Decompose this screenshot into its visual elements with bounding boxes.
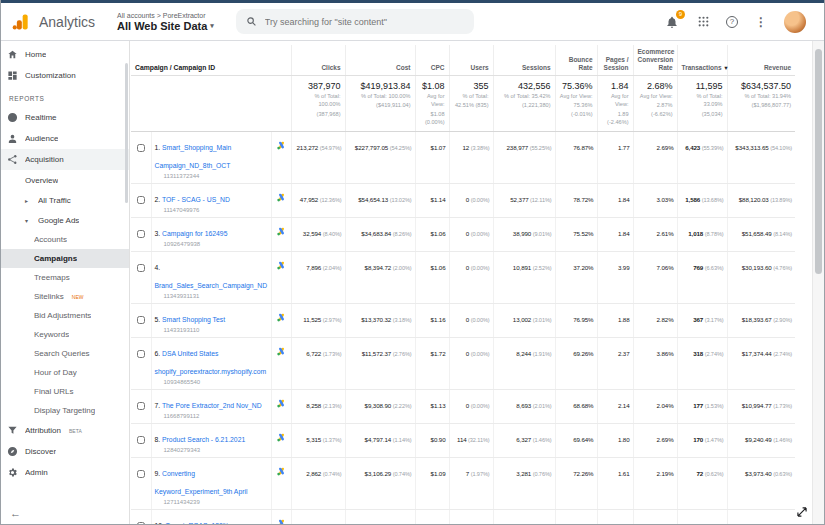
metric-cell: 1,018 (8.78%) bbox=[677, 217, 727, 251]
column-header-sessions[interactable]: Sessions bbox=[493, 45, 555, 76]
sidebar-scrollbar[interactable] bbox=[125, 63, 128, 203]
collapse-sidebar-icon[interactable]: ← bbox=[10, 507, 21, 519]
sidebar-item-home[interactable]: Home bbox=[1, 44, 129, 65]
google-ads-icon bbox=[276, 189, 287, 206]
total-subtext: % of Total: 100.00% bbox=[296, 92, 341, 108]
user-avatar[interactable] bbox=[784, 11, 806, 33]
campaign-name-link[interactable]: Product Search - 6.21.2021 bbox=[162, 436, 245, 443]
row-checkbox-cell bbox=[131, 303, 151, 337]
google-ads-icon bbox=[276, 343, 287, 360]
campaign-name-link[interactable]: Converting Keyword_Experiment_9th April bbox=[155, 470, 248, 495]
campaign-name-link[interactable]: Smart Shopping Test bbox=[162, 316, 225, 323]
sidebar-item-display-targeting[interactable]: Display Targeting bbox=[1, 401, 129, 420]
metric-percent: (1.53%) bbox=[703, 403, 723, 409]
metric-cell: 1.80 bbox=[597, 423, 633, 457]
metric-cell: $3,973.40 (0.63%) bbox=[727, 457, 795, 509]
campaign-name-link[interactable]: Campaign for 162495 bbox=[162, 230, 227, 237]
sidebar-item-campaigns[interactable]: Campaigns bbox=[1, 249, 129, 268]
metric-cell: 3,281 (0.76%) bbox=[493, 457, 555, 509]
column-header-users[interactable]: Users bbox=[449, 45, 493, 76]
metric-cell: 170 (1.47%) bbox=[677, 423, 727, 457]
row-checkbox[interactable] bbox=[137, 230, 145, 238]
row-checkbox-cell bbox=[131, 457, 151, 509]
sidebar-item-attribution[interactable]: AttributionBETA bbox=[1, 420, 129, 441]
notifications-bell-icon[interactable]: 9 bbox=[664, 14, 680, 30]
metric-value: 318 bbox=[693, 350, 703, 357]
search-bar[interactable] bbox=[236, 9, 474, 34]
metric-value: 1.61 bbox=[618, 470, 630, 477]
column-header-transactions[interactable]: Transactions ▼ bbox=[677, 45, 727, 76]
sidebar-item-realtime[interactable]: Realtime bbox=[1, 107, 129, 128]
scrollbar-thumb[interactable] bbox=[815, 49, 822, 274]
campaign-name-link[interactable]: The Pore Extractor_2nd Nov_ND bbox=[162, 402, 262, 409]
campaign-id: 11668799112 bbox=[155, 413, 268, 419]
sidebar-item-audience[interactable]: Audience bbox=[1, 128, 129, 149]
metric-cell: 8,244 (1.91%) bbox=[493, 337, 555, 389]
row-checkbox[interactable] bbox=[137, 316, 145, 324]
sidebar-item-hour-of-day[interactable]: Hour of Day bbox=[1, 363, 129, 382]
metric-cell: 3.99 bbox=[597, 251, 633, 303]
column-header-pages-session[interactable]: Pages / Session bbox=[597, 45, 633, 76]
metric-percent: (0.00%) bbox=[469, 265, 489, 271]
search-input[interactable] bbox=[265, 17, 464, 27]
metric-cell: $51,658.49 (8.14%) bbox=[727, 217, 795, 251]
sidebar-item-overview[interactable]: Overview bbox=[1, 170, 129, 190]
vertical-scrollbar[interactable] bbox=[812, 41, 824, 524]
help-icon[interactable]: ? bbox=[726, 16, 738, 28]
campaign-name-link[interactable]: Brand_Sales_Search_Campaign_ND bbox=[155, 282, 268, 289]
column-header-revenue[interactable]: Revenue bbox=[727, 45, 795, 76]
sidebar-item-final-urls[interactable]: Final URLs bbox=[1, 382, 129, 401]
sidebar-item-all-traffic[interactable]: ▸All Traffic bbox=[1, 190, 129, 210]
metric-cell: 114 (32.11%) bbox=[449, 423, 493, 457]
campaign-name-link[interactable]: TOF - SCAG - US_ND bbox=[162, 196, 230, 203]
row-checkbox[interactable] bbox=[137, 522, 145, 524]
total-cost: $419,913.84% of Total: 100.00%($419,911.… bbox=[345, 76, 415, 131]
metric-percent: (12.36%) bbox=[318, 197, 341, 203]
metric-cell: 6,423 (55.39%) bbox=[677, 131, 727, 183]
campaign-name-link[interactable]: DSA United States shopify_poreextractor.… bbox=[155, 350, 267, 375]
campaigns-table: Campaign / Campaign ID ClicksCostCPCUser… bbox=[131, 45, 795, 524]
row-checkbox[interactable] bbox=[137, 402, 145, 410]
column-header-ecommerce-conversion-rate[interactable]: Ecommerce Conversion Rate bbox=[633, 45, 677, 76]
metric-value: $2,406.40 bbox=[365, 522, 392, 524]
metric-cell: 2,105 (0.54%) bbox=[291, 509, 345, 524]
row-checkbox[interactable] bbox=[137, 144, 145, 152]
metric-cell: 72.26% bbox=[555, 457, 597, 509]
dimension-header[interactable]: Campaign / Campaign ID bbox=[131, 45, 291, 76]
sidebar-item-bid-adjustments[interactable]: Bid Adjustments bbox=[1, 306, 129, 325]
column-header-cost[interactable]: Cost bbox=[345, 45, 415, 76]
sidebar-item-admin[interactable]: Admin bbox=[1, 462, 129, 483]
sidebar-item-acquisition[interactable]: Acquisition bbox=[1, 149, 129, 170]
campaign-name-link[interactable]: Smart_Shopping_Main Campaign_ND_8th_OCT bbox=[155, 144, 232, 169]
row-checkbox[interactable] bbox=[137, 350, 145, 358]
sidebar-item-sitelinks[interactable]: SitelinksNEW bbox=[1, 287, 129, 306]
column-header-cpc[interactable]: CPC bbox=[415, 45, 449, 76]
sidebar-item-discover[interactable]: Discover bbox=[1, 441, 129, 462]
analytics-logo-icon[interactable] bbox=[11, 12, 31, 32]
sidebar-item-treemaps[interactable]: Treemaps bbox=[1, 268, 129, 287]
sidebar-item-google-ads[interactable]: ▾Google Ads bbox=[1, 210, 129, 230]
row-checkbox[interactable] bbox=[137, 436, 145, 444]
campaign-name-link[interactable]: Target_ROAS_180% bbox=[166, 522, 229, 524]
metric-value: 8,258 bbox=[306, 402, 321, 409]
ad-platform-cell bbox=[271, 457, 291, 509]
row-checkbox[interactable] bbox=[137, 196, 145, 204]
sidebar-item-customization[interactable]: Customization bbox=[1, 65, 129, 86]
metric-value: 3.99 bbox=[618, 264, 630, 271]
total-revenue: $634,537.50% of Total: 31.94%($1,986,807… bbox=[727, 76, 795, 131]
row-index: 6. bbox=[155, 350, 163, 357]
resize-handle-icon[interactable] bbox=[795, 505, 809, 519]
column-header-clicks[interactable]: Clicks bbox=[291, 45, 345, 76]
metric-cell: 2.69% bbox=[633, 131, 677, 183]
metric-value: 78.72% bbox=[573, 196, 593, 203]
sidebar-item-search-queries[interactable]: Search Queries bbox=[1, 344, 129, 363]
column-header-bounce-rate[interactable]: Bounce Rate bbox=[555, 45, 597, 76]
property-selector[interactable]: All accounts > PoreExtractor All Web Sit… bbox=[117, 11, 214, 32]
sidebar-item-accounts[interactable]: Accounts bbox=[1, 230, 129, 249]
more-options-icon[interactable]: ⋮ bbox=[753, 14, 769, 30]
apps-grid-icon[interactable] bbox=[695, 14, 711, 30]
sidebar-item-keywords[interactable]: Keywords bbox=[1, 325, 129, 344]
metric-cell: $1.13 bbox=[415, 389, 449, 423]
row-checkbox[interactable] bbox=[137, 470, 145, 478]
row-checkbox[interactable] bbox=[137, 264, 145, 272]
